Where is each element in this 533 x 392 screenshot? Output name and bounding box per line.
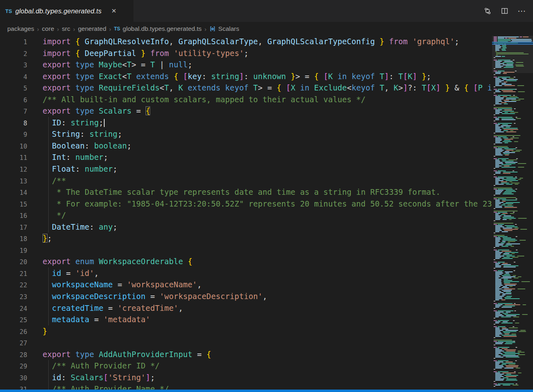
code-line[interactable]: 19	[0, 244, 492, 256]
breadcrumb-separator: ›	[57, 26, 59, 32]
code-line[interactable]: 1import { GraphQLResolveInfo, GraphQLSca…	[0, 36, 492, 47]
close-tab-icon[interactable]: ✕	[110, 6, 118, 15]
code-line[interactable]: 16 */	[0, 209, 492, 221]
line-number[interactable]: 9	[0, 129, 27, 141]
code-line[interactable]: 5export type RequireFields<T, K extends …	[0, 82, 492, 94]
line-number[interactable]: 25	[0, 314, 27, 326]
code-line[interactable]: 12 Float: number;	[0, 163, 492, 175]
line-number[interactable]: 30	[0, 373, 27, 384]
code-text: /** Auth Provider ID */	[43, 360, 159, 372]
line-number[interactable]: 2	[0, 48, 27, 60]
tab-global-db-types-generated[interactable]: TS global.db.types.generated.ts ✕	[0, 0, 133, 22]
code-text: /**	[43, 175, 66, 187]
code-line[interactable]: 9 String: string;	[0, 128, 492, 140]
line-number[interactable]: 8	[0, 118, 27, 129]
line-number[interactable]: 15	[0, 199, 27, 211]
code-line[interactable]: 23 workspaceDescription = 'workspaceDesc…	[0, 291, 492, 302]
breadcrumb-item-packages[interactable]: packages	[7, 25, 34, 32]
text-cursor	[104, 119, 105, 127]
open-changes-icon[interactable]	[482, 5, 493, 17]
code-text: import { DeepPartial } from 'utility-typ…	[43, 47, 249, 59]
line-number[interactable]: 12	[0, 164, 27, 176]
line-number[interactable]: 31	[0, 384, 27, 390]
breadcrumb-item-generated[interactable]: generated	[78, 25, 106, 32]
breadcrumb-item-src[interactable]: src	[62, 25, 71, 32]
breadcrumb-item-file[interactable]: global.db.types.generated.ts	[123, 25, 202, 32]
code-editor[interactable]: 1import { GraphQLResolveInfo, GraphQLSca…	[0, 36, 533, 390]
breadcrumb-item-symbol[interactable]: Scalars	[209, 25, 239, 32]
line-number[interactable]: 27	[0, 338, 27, 349]
code-text: Int: number;	[43, 151, 108, 163]
line-number[interactable]: 17	[0, 222, 27, 234]
code-lines: 1import { GraphQLResolveInfo, GraphQLSca…	[0, 36, 492, 390]
more-actions-icon[interactable]: ⋯	[516, 5, 527, 17]
code-line[interactable]: 6/** All built-in and custom scalars, ma…	[0, 94, 492, 106]
line-number[interactable]: 6	[0, 95, 27, 106]
code-text: /** Auth Provider Name */	[43, 383, 169, 390]
line-number[interactable]: 1	[0, 37, 27, 48]
line-number[interactable]: 23	[0, 291, 27, 303]
typescript-file-icon: TS	[114, 26, 120, 32]
code-line[interactable]: 14 * The DateTime scalar type represents…	[0, 186, 492, 198]
code-line[interactable]: 20export enum WorkspaceOrderable {	[0, 256, 492, 267]
line-number[interactable]: 28	[0, 349, 27, 361]
code-line[interactable]: 31 /** Auth Provider Name */	[0, 383, 492, 390]
line-number[interactable]: 10	[0, 141, 27, 153]
breadcrumb-separator: ›	[73, 26, 75, 32]
line-number[interactable]: 21	[0, 268, 27, 280]
code-line[interactable]: 4export type Exact<T extends { [key: str…	[0, 71, 492, 82]
status-accent-bar	[0, 390, 533, 392]
line-number[interactable]: 14	[0, 187, 27, 199]
code-line[interactable]: 28export type AddAuthProviderInput = {	[0, 349, 492, 360]
code-line[interactable]: 22 workspaceName = 'workspaceName',	[0, 279, 492, 291]
editor-actions: ⋯	[482, 0, 533, 22]
line-number[interactable]: 19	[0, 245, 27, 257]
code-line[interactable]: 2import { DeepPartial } from 'utility-ty…	[0, 47, 492, 59]
code-text: export enum WorkspaceOrderable {	[43, 256, 192, 267]
split-editor-icon[interactable]	[499, 5, 510, 17]
code-line[interactable]: 27	[0, 337, 492, 349]
code-line[interactable]: 13 /**	[0, 175, 492, 187]
code-line[interactable]: 3export type Maybe<T> = T | null;	[0, 59, 492, 71]
minimap[interactable]	[492, 36, 533, 390]
code-text: import { GraphQLResolveInfo, GraphQLScal…	[43, 36, 459, 47]
line-number[interactable]: 24	[0, 303, 27, 315]
line-number[interactable]: 11	[0, 152, 27, 164]
code-line[interactable]: 17 DateTime: any;	[0, 221, 492, 233]
code-line[interactable]: 8 ID: string;	[0, 117, 492, 129]
code-line[interactable]: 25 metadata = 'metadata'	[0, 314, 492, 325]
code-line[interactable]: 10 Boolean: boolean;	[0, 140, 492, 152]
code-line[interactable]: 30 id: Scalars['String'];	[0, 372, 492, 383]
line-number[interactable]: 22	[0, 280, 27, 291]
code-text: id: Scalars['String'];	[43, 372, 155, 383]
code-line[interactable]: 21 id = 'id',	[0, 267, 492, 279]
code-text: */	[43, 209, 66, 221]
code-text: workspaceName = 'workspaceName',	[43, 279, 202, 291]
code-text: export type Scalars = {	[43, 105, 150, 117]
code-line[interactable]: 24 createdTime = 'createdTime',	[0, 302, 492, 314]
breadcrumb-separator: ›	[37, 26, 39, 32]
line-number[interactable]: 29	[0, 361, 27, 373]
breadcrumb-separator: ›	[109, 26, 111, 32]
code-line[interactable]: 29 /** Auth Provider ID */	[0, 360, 492, 372]
code-line[interactable]: 15 * For example: "1985-04-12T23:20:50.5…	[0, 198, 492, 210]
line-number[interactable]: 4	[0, 71, 27, 83]
line-number[interactable]: 16	[0, 210, 27, 222]
code-line[interactable]: 11 Int: number;	[0, 151, 492, 163]
line-number[interactable]: 5	[0, 83, 27, 95]
line-number[interactable]: 20	[0, 256, 27, 268]
code-line[interactable]: 18};	[0, 233, 492, 244]
line-number[interactable]: 18	[0, 233, 27, 245]
line-number[interactable]: 13	[0, 176, 27, 187]
breadcrumb-symbol-label: Scalars	[218, 25, 239, 32]
line-number[interactable]: 3	[0, 60, 27, 71]
code-line[interactable]: 7export type Scalars = {	[0, 105, 492, 117]
line-number[interactable]: 26	[0, 326, 27, 338]
code-text: Boolean: boolean;	[43, 140, 131, 152]
line-number[interactable]: 7	[0, 106, 27, 118]
typescript-file-icon: TS	[5, 8, 12, 14]
code-text: export type Exact<T extends { [key: stri…	[43, 71, 431, 82]
code-text: metadata = 'metadata'	[43, 314, 150, 325]
code-line[interactable]: 26}	[0, 325, 492, 337]
breadcrumb-item-core[interactable]: core	[42, 25, 54, 32]
